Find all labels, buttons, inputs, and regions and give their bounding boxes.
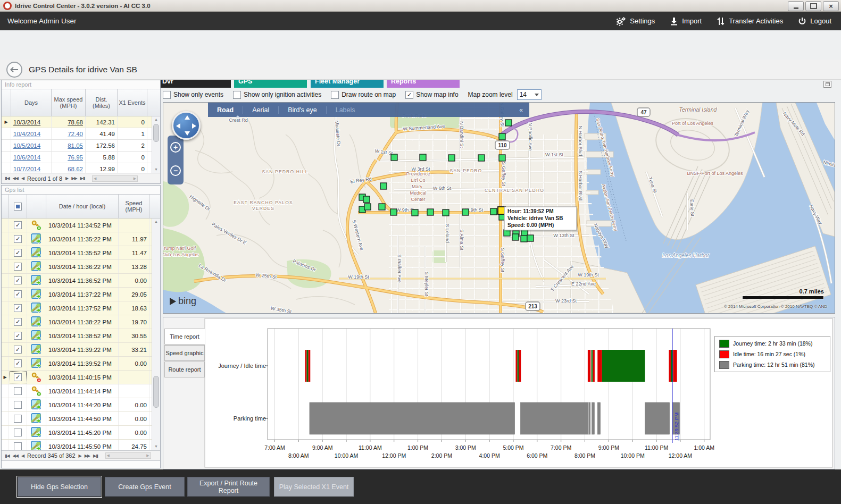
list-item[interactable]: ▶10/3/2014 11:40:15 PM — [2, 371, 160, 384]
gps-marker[interactable] — [420, 154, 426, 161]
gps-marker[interactable] — [490, 208, 497, 215]
close-button[interactable]: × — [823, 1, 839, 11]
day-link[interactable]: 10/7/2014 — [13, 166, 40, 172]
info-report-scrollbar[interactable]: ▲▼ — [152, 116, 160, 173]
row-checkbox[interactable] — [14, 442, 22, 450]
gps-marker[interactable] — [505, 120, 512, 126]
tab-speed-graphic[interactable]: Speed graphic — [164, 345, 205, 361]
pan-right-icon[interactable] — [192, 123, 196, 129]
pan-down-icon[interactable] — [185, 131, 190, 136]
row-checkbox-cell[interactable] — [9, 246, 27, 259]
map-style-labels[interactable]: Labels — [327, 106, 364, 114]
checkbox[interactable] — [405, 91, 413, 99]
header-max-speed[interactable]: Max speed (MPH) — [52, 89, 86, 116]
row-checkbox-cell[interactable] — [9, 260, 27, 273]
pager-last[interactable]: ▶▮ — [80, 176, 85, 181]
logout-button[interactable]: Logout — [798, 17, 831, 26]
row-checkbox[interactable] — [14, 401, 22, 409]
gps-marker[interactable] — [521, 236, 527, 242]
row-checkbox[interactable] — [14, 373, 22, 381]
pager-next[interactable]: ▶ — [65, 176, 68, 181]
zoom-in-button[interactable]: + — [170, 142, 181, 153]
gps-marker[interactable] — [512, 234, 519, 240]
pager-fast-prev[interactable]: ◀◀ — [13, 176, 18, 181]
row-checkbox-cell[interactable] — [9, 384, 27, 398]
row-checkbox[interactable] — [14, 221, 22, 229]
row-checkbox[interactable] — [14, 304, 22, 312]
row-checkbox-cell[interactable] — [9, 426, 27, 439]
gps-marker[interactable] — [390, 209, 397, 215]
header-select-all[interactable] — [9, 195, 27, 218]
row-checkbox-cell[interactable] — [9, 440, 27, 450]
pager-hscrollbar[interactable]: ◀▶ — [92, 175, 138, 182]
header-speed[interactable]: Speed (MPH) — [119, 195, 149, 218]
row-checkbox-cell[interactable] — [9, 371, 27, 384]
list-item[interactable]: 10/3/2014 11:39:52 PM0.00 — [2, 357, 160, 371]
pager-hscrollbar[interactable]: ◀▶ — [105, 452, 151, 459]
day-link[interactable]: 10/6/2014 — [13, 154, 40, 161]
gps-marker[interactable] — [462, 209, 469, 215]
pan-left-icon[interactable] — [176, 123, 180, 129]
max-speed-link[interactable]: 78.68 — [68, 119, 83, 125]
gps-marker[interactable] — [363, 196, 370, 203]
gps-marker[interactable] — [391, 154, 397, 161]
row-checkbox[interactable] — [14, 318, 22, 326]
row-checkbox[interactable] — [14, 235, 22, 243]
row-checkbox[interactable] — [14, 429, 22, 436]
day-link[interactable]: 10/4/2014 — [13, 131, 40, 137]
table-row[interactable]: ▶10/3/201478.68142.310 — [2, 116, 160, 128]
pager-prev[interactable]: ◀ — [21, 176, 24, 181]
list-item[interactable]: 10/3/2014 11:38:22 PM19.70 — [2, 315, 160, 329]
select-all-checkbox[interactable] — [14, 203, 22, 211]
day-link[interactable]: 10/5/2014 — [13, 142, 40, 149]
gps-marker[interactable] — [499, 155, 505, 161]
row-checkbox[interactable] — [14, 290, 22, 298]
list-item[interactable]: 10/3/2014 11:36:52 PM0.00 — [2, 274, 160, 288]
option-show-map-info[interactable]: Show map info — [405, 91, 458, 99]
toolbar-collapse-button[interactable]: « — [519, 106, 529, 114]
list-item[interactable]: 10/3/2014 11:39:22 PM33.21 — [2, 343, 160, 357]
map-panel-maximize-button[interactable] — [823, 81, 831, 88]
row-checkbox-cell[interactable] — [9, 329, 27, 342]
play-selected-x1-event-button[interactable]: Play Selected X1 Event — [274, 477, 354, 497]
gps-marker[interactable] — [380, 183, 387, 189]
option-draw-route[interactable]: Draw route on map — [331, 91, 396, 99]
gps-marker[interactable] — [499, 133, 505, 140]
checkbox[interactable] — [233, 91, 241, 99]
pan-up-icon[interactable] — [185, 115, 190, 120]
transfer-activities-button[interactable]: Transfer Activities — [717, 17, 783, 26]
gps-marker[interactable] — [379, 204, 385, 210]
list-item[interactable]: 10/3/2014 11:44:50 PM0.00 — [2, 412, 160, 426]
minimize-button[interactable] — [788, 1, 804, 11]
row-checkbox[interactable] — [14, 249, 22, 257]
table-row[interactable]: 10/5/201481.05172.562 — [2, 140, 160, 152]
list-item[interactable]: 10/3/2014 11:36:22 PM13.28 — [2, 260, 160, 274]
map-style-aerial[interactable]: Aerial — [243, 106, 278, 114]
list-item[interactable]: 10/3/2014 11:37:22 PM29.05 — [2, 288, 160, 301]
day-link[interactable]: 10/3/2014 — [13, 119, 40, 125]
row-checkbox[interactable] — [14, 332, 22, 340]
max-speed-link[interactable]: 81.05 — [68, 142, 83, 149]
list-item[interactable]: 10/3/2014 11:34:52 PM — [2, 219, 160, 232]
row-checkbox-cell[interactable] — [9, 315, 27, 329]
row-checkbox-cell[interactable] — [9, 398, 27, 411]
settings-button[interactable]: Settings — [615, 16, 655, 26]
map-zoom-select[interactable]: 14 — [517, 89, 542, 100]
gps-marker[interactable] — [448, 155, 455, 161]
export-print-route-report-button[interactable]: Export / Print Route Report — [187, 477, 270, 497]
max-speed-link[interactable]: 72.40 — [68, 131, 83, 137]
max-speed-link[interactable]: 76.95 — [68, 154, 83, 161]
row-checkbox[interactable] — [14, 415, 22, 423]
row-checkbox-cell[interactable] — [9, 301, 27, 315]
list-item[interactable]: 10/3/2014 11:44:14 PM — [2, 384, 160, 398]
gps-list-scrollbar[interactable]: ▲▼ — [152, 219, 160, 450]
gps-marker[interactable] — [364, 204, 371, 210]
option-show-only-events[interactable]: Show only events — [163, 91, 223, 99]
tab-time-report[interactable]: Time report — [164, 329, 205, 345]
row-checkbox-cell[interactable] — [9, 288, 27, 301]
checkbox[interactable] — [163, 91, 171, 99]
row-checkbox-cell[interactable] — [9, 412, 27, 425]
header-days[interactable]: Days — [11, 89, 52, 116]
pager-fast-next[interactable]: ▶▶ — [71, 176, 77, 181]
gps-marker[interactable] — [478, 155, 485, 161]
